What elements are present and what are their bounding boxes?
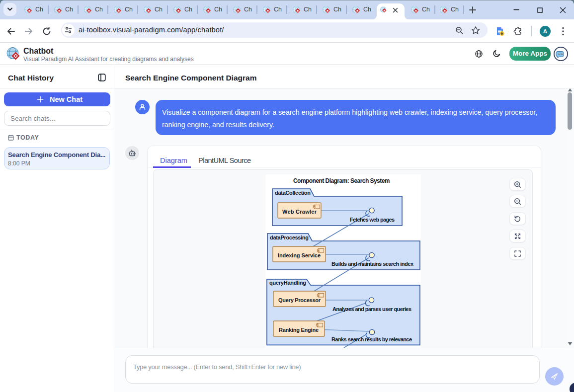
svg-text:Indexing Service: Indexing Service xyxy=(278,252,321,258)
svg-text:Component Diagram: Search Syst: Component Diagram: Search System xyxy=(293,177,390,184)
svg-text:Ranks search results by releva: Ranks search results by relevance xyxy=(331,336,412,342)
svg-text:Builds and maintains search in: Builds and maintains search index xyxy=(331,261,414,267)
svg-text:Fetches web pages: Fetches web pages xyxy=(350,217,395,223)
svg-text:Ranking Engine: Ranking Engine xyxy=(279,327,319,333)
svg-text:Web Crawler: Web Crawler xyxy=(282,209,317,215)
svg-text:dataCollection: dataCollection xyxy=(275,190,311,196)
svg-text:queryHandling: queryHandling xyxy=(269,280,306,286)
svg-text:Analyzes and parses user queri: Analyzes and parses user queries xyxy=(332,306,411,312)
svg-text:Query Processor: Query Processor xyxy=(278,297,321,303)
svg-text:dataProcessing: dataProcessing xyxy=(270,235,309,240)
